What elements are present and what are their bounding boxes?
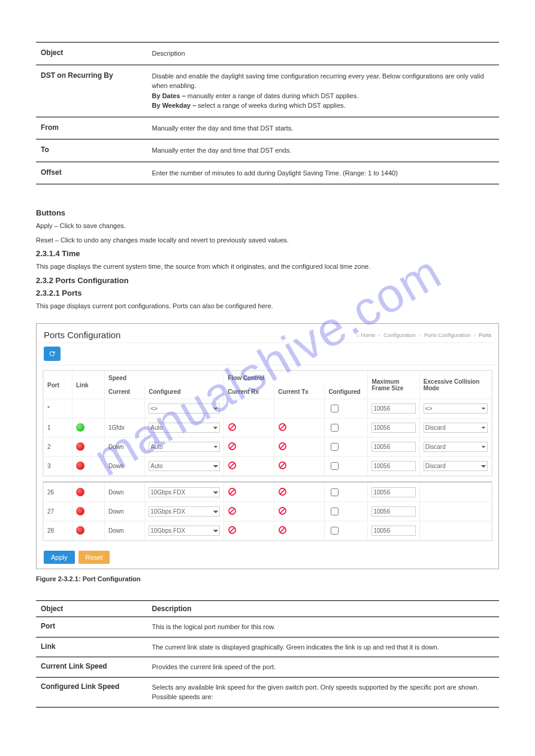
flow-tx-cell bbox=[274, 502, 325, 521]
row-description: The current link state is displayed grap… bbox=[147, 637, 499, 657]
crumb-home[interactable]: Home bbox=[361, 332, 375, 338]
ports-tbody-a: *<><>11GfdxAutoDiscard2DownAutoDiscard3D… bbox=[44, 399, 492, 476]
col-speed-group: Speed bbox=[105, 371, 224, 385]
mfs-input[interactable] bbox=[371, 403, 415, 414]
row-description: Selects any available link speed for the… bbox=[147, 677, 499, 707]
apply-button[interactable]: Apply bbox=[44, 551, 75, 564]
link-cell bbox=[72, 399, 105, 418]
reset-button[interactable]: Reset bbox=[78, 551, 110, 564]
svg-line-13 bbox=[230, 490, 235, 494]
flow-cfg-checkbox[interactable] bbox=[331, 527, 338, 535]
row-description: Disable and enable the daylight saving t… bbox=[147, 65, 499, 117]
row-label: Configured Link Speed bbox=[36, 677, 147, 707]
row-label: To bbox=[36, 139, 147, 162]
flow-cfg-checkbox[interactable] bbox=[331, 405, 338, 412]
row-description: Manually enter the day and time that DST… bbox=[147, 139, 499, 162]
ecm-cell: Discard bbox=[419, 418, 491, 438]
ecm-select[interactable]: Discard bbox=[424, 442, 488, 452]
flow-cfg-checkbox[interactable] bbox=[331, 424, 338, 432]
col-speed-configured: Configured bbox=[145, 385, 224, 399]
table-row: 3DownAutoDiscard bbox=[44, 457, 492, 476]
ports-table: Port Link Speed Flow Control Maximum Fra… bbox=[43, 371, 492, 476]
bottom-definitions-table: Object Description Port This is the logi… bbox=[36, 600, 499, 708]
link-cell bbox=[72, 438, 105, 457]
speed-current-cell: Down bbox=[105, 457, 145, 476]
row-label: Port bbox=[36, 617, 147, 637]
mfs-cell bbox=[368, 457, 419, 476]
table-row: Object Description bbox=[36, 42, 499, 65]
mfs-input[interactable] bbox=[371, 461, 415, 471]
flow-cfg-checkbox[interactable] bbox=[331, 462, 338, 470]
disabled-icon bbox=[278, 506, 287, 515]
speed-select[interactable]: Auto bbox=[149, 461, 220, 471]
mfs-input[interactable] bbox=[371, 506, 415, 517]
flow-cfg-checkbox[interactable] bbox=[331, 488, 338, 496]
mfs-input[interactable] bbox=[371, 526, 415, 536]
ecm-select[interactable]: <> bbox=[424, 403, 488, 414]
row-description: This is the logical port number for this… bbox=[147, 617, 499, 637]
mfs-cell bbox=[368, 483, 419, 502]
crumb-portscfg[interactable]: Ports Configuration bbox=[424, 332, 470, 338]
disabled-icon bbox=[228, 461, 237, 470]
row-description: Provides the current link speed of the p… bbox=[147, 657, 499, 678]
disabled-icon bbox=[278, 487, 287, 496]
link-cell bbox=[72, 521, 105, 541]
speed-select[interactable]: Auto bbox=[149, 442, 220, 452]
object-header: Object bbox=[36, 42, 147, 65]
table-row: 11GfdxAutoDiscard bbox=[44, 418, 492, 438]
speed-select[interactable]: 10Gbps FDX bbox=[149, 487, 220, 497]
description-header: Description bbox=[147, 42, 499, 65]
crumb-config[interactable]: Configuration bbox=[383, 332, 416, 338]
col-flow-tx: Current Tx bbox=[274, 385, 325, 399]
table-row: Configured Link Speed Selects any availa… bbox=[36, 677, 499, 707]
col-mfs: Maximum Frame Size bbox=[368, 371, 419, 399]
ecm-cell: Discard bbox=[419, 457, 491, 476]
ecm-select[interactable]: Discard bbox=[424, 423, 488, 433]
speed-select[interactable]: 10Gbps FDX bbox=[149, 526, 220, 536]
table-row: From Manually enter the day and time tha… bbox=[36, 117, 499, 139]
flow-cfg-cell bbox=[325, 502, 368, 521]
disabled-icon bbox=[278, 461, 287, 470]
flow-cfg-checkbox[interactable] bbox=[331, 508, 338, 515]
col-port: Port bbox=[44, 371, 72, 399]
mfs-input[interactable] bbox=[371, 487, 415, 497]
svg-line-15 bbox=[280, 490, 285, 494]
speed-select[interactable]: <> bbox=[149, 403, 220, 414]
mfs-input[interactable] bbox=[371, 442, 415, 452]
speed-select[interactable]: 10Gbps FDX bbox=[149, 506, 220, 517]
svg-line-17 bbox=[230, 509, 235, 514]
speed-configured-cell: Auto bbox=[145, 438, 224, 457]
speed-configured-cell: <> bbox=[145, 399, 224, 418]
refresh-button[interactable] bbox=[44, 347, 61, 361]
link-cell bbox=[72, 502, 105, 521]
speed-configured-cell: Auto bbox=[145, 457, 224, 476]
apply-desc: Apply – Click to save changes. bbox=[36, 221, 499, 232]
ecm-select[interactable]: Discard bbox=[424, 461, 488, 471]
flow-cfg-checkbox[interactable] bbox=[331, 443, 338, 451]
section-ports-sub: 2.3.2.1 Ports bbox=[36, 289, 499, 297]
ecm-cell: <> bbox=[419, 399, 491, 418]
port-cell: 3 bbox=[44, 457, 72, 476]
port-cell: 28 bbox=[44, 521, 72, 541]
col-speed-current: Current bbox=[105, 385, 145, 399]
port-cell: 1 bbox=[44, 418, 72, 438]
speed-select[interactable]: Auto bbox=[149, 423, 220, 433]
link-status-icon bbox=[76, 488, 84, 496]
flow-cfg-cell bbox=[325, 521, 368, 541]
table-row: *<><> bbox=[44, 399, 492, 418]
buttons-heading: Buttons bbox=[36, 208, 499, 217]
row-label: Link bbox=[36, 637, 147, 657]
flow-rx-cell bbox=[224, 521, 274, 541]
disabled-icon bbox=[228, 506, 237, 515]
table-row: DST on Recurring By Disable and enable t… bbox=[36, 65, 499, 117]
midsection: Buttons Apply – Click to save changes. R… bbox=[36, 208, 499, 311]
flow-cfg-cell bbox=[325, 457, 368, 476]
flow-tx-cell bbox=[274, 483, 325, 502]
ecm-cell: Discard bbox=[419, 438, 491, 457]
link-status-icon bbox=[76, 462, 84, 470]
row-description: Manually enter the day and time that DST… bbox=[147, 117, 499, 139]
mfs-input[interactable] bbox=[371, 423, 415, 433]
disabled-icon bbox=[228, 442, 237, 451]
reset-desc: Reset – Click to undo any changes made l… bbox=[36, 235, 499, 246]
speed-current-cell: Down bbox=[105, 438, 145, 457]
